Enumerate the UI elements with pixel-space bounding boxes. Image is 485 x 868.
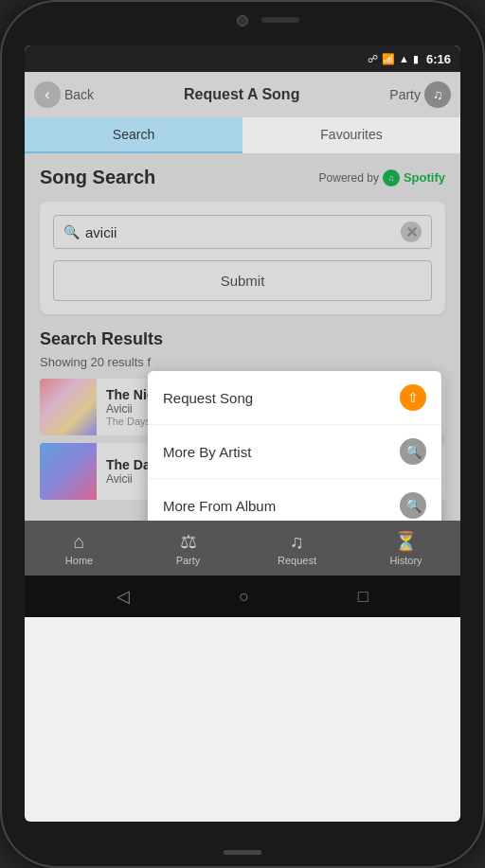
back-label: Back	[64, 87, 94, 102]
android-recent-btn[interactable]: □	[358, 587, 368, 607]
tab-search-label: Search	[113, 127, 154, 142]
page-title: Request A Song	[94, 86, 389, 103]
status-bar: ☍ 📶 ▲ ▮ 6:16	[25, 45, 460, 72]
nav-home[interactable]: ⌂ Home	[25, 531, 134, 566]
android-home-btn[interactable]: ○	[239, 587, 249, 607]
bluetooth-icon: ☍	[368, 53, 378, 65]
android-back-btn[interactable]: ◁	[117, 586, 130, 607]
more-by-artist-label: More By Artist	[163, 444, 251, 460]
bottom-nav: ⌂ Home ⚖ Party ♫ Request ⏳ History	[25, 521, 460, 576]
context-more-from-album[interactable]: More From Album 🔍	[148, 479, 441, 521]
back-button[interactable]: ‹ Back	[34, 81, 94, 108]
nav-request[interactable]: ♫ Request	[242, 531, 351, 566]
context-request-song[interactable]: Request Song ⇧	[148, 371, 441, 425]
more-from-album-icon: 🔍	[400, 492, 426, 519]
nav-party[interactable]: ⚖ Party	[134, 530, 242, 566]
history-icon: ⏳	[394, 530, 418, 553]
party-nav-label: Party	[176, 555, 201, 566]
tab-bar: Search Favourites	[25, 117, 460, 153]
context-menu: Request Song ⇧ More By Artist 🔍 More Fro…	[148, 371, 441, 521]
party-icon: ♫	[424, 81, 451, 108]
signal-icon: ▲	[399, 53, 409, 64]
tab-favourites-label: Favourites	[320, 127, 382, 142]
status-time: 6:16	[426, 52, 451, 66]
status-icons: ☍ 📶 ▲ ▮ 6:16	[368, 52, 451, 66]
home-icon: ⌂	[73, 531, 84, 553]
party-label: Party	[389, 87, 421, 102]
request-song-label: Request Song	[163, 390, 253, 406]
battery-icon: ▮	[413, 53, 419, 65]
phone-device: ☍ 📶 ▲ ▮ 6:16 ‹ Back Request A Song Party…	[0, 0, 485, 868]
context-more-by-artist[interactable]: More By Artist 🔍	[148, 425, 441, 479]
nav-history[interactable]: ⏳ History	[351, 530, 460, 566]
back-circle-icon: ‹	[34, 81, 61, 108]
speaker	[261, 17, 299, 23]
more-by-artist-icon: 🔍	[400, 438, 426, 465]
wifi-icon: 📶	[382, 53, 395, 65]
home-indicator	[224, 850, 261, 855]
request-label: Request	[278, 555, 316, 566]
camera	[237, 15, 248, 27]
context-overlay[interactable]: Request Song ⇧ More By Artist 🔍 More Fro…	[25, 153, 460, 521]
tab-favourites[interactable]: Favourites	[242, 117, 460, 153]
more-from-album-label: More From Album	[163, 498, 276, 514]
request-song-icon: ⇧	[400, 384, 426, 411]
phone-screen: ☍ 📶 ▲ ▮ 6:16 ‹ Back Request A Song Party…	[25, 45, 460, 822]
tab-search[interactable]: Search	[25, 117, 242, 153]
party-button[interactable]: Party ♫	[389, 81, 451, 108]
top-bar: ‹ Back Request A Song Party ♫	[25, 72, 460, 117]
main-area: Song Search Powered by ♫ Spotify 🔍 ✕	[25, 153, 460, 521]
request-icon: ♫	[290, 531, 304, 553]
home-label: Home	[65, 555, 93, 566]
history-label: History	[389, 555, 422, 566]
party-nav-icon: ⚖	[180, 530, 197, 553]
app-content: ‹ Back Request A Song Party ♫ Search Fav…	[25, 72, 460, 617]
android-nav: ◁ ○ □	[25, 576, 460, 617]
